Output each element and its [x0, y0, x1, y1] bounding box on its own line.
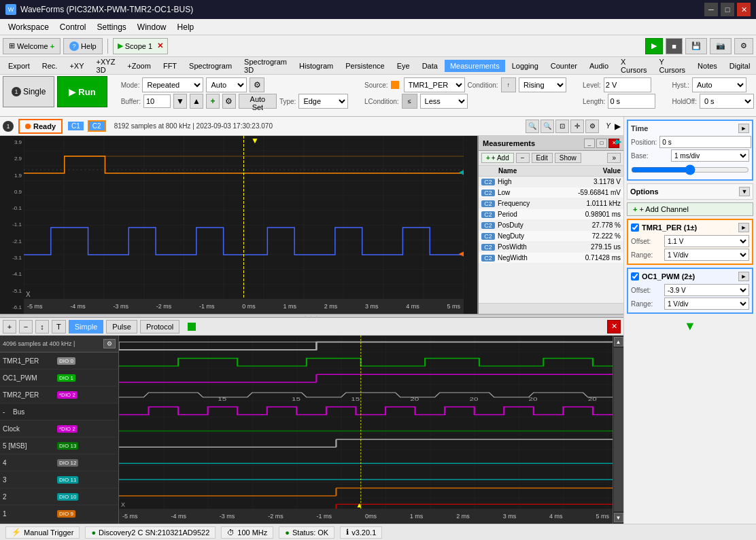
rising-icon[interactable]: ↑	[501, 77, 517, 92]
signal-row-1b[interactable]: 1 DIO 9	[0, 505, 118, 522]
signal-row-clock[interactable]: Clock *DIO 2	[0, 420, 118, 437]
signal-row-5msb[interactable]: 5 [MSB] DIO 13	[0, 437, 118, 454]
screenshot-button[interactable]: 📷	[710, 38, 732, 54]
ch2-checkbox[interactable]	[631, 272, 639, 281]
logic-add-button[interactable]: +	[3, 320, 16, 334]
logic-simple-button[interactable]: Simple	[69, 320, 104, 334]
tab-spectrogram3d[interactable]: Spectrogram 3D	[239, 56, 292, 76]
length-input[interactable]	[608, 94, 655, 109]
type-select[interactable]: Edge	[298, 94, 348, 109]
show-measurement-button[interactable]: Show	[555, 153, 581, 163]
logic-scrollbar[interactable]: ▲ ▼	[613, 336, 623, 524]
add-channel-button[interactable]: + + Add Channel	[627, 202, 753, 216]
zoom-in-icon[interactable]: 🔍	[526, 120, 539, 133]
tab-logging[interactable]: Logging	[506, 60, 544, 72]
logic-t-button[interactable]: T	[52, 320, 66, 334]
logic-pulse-button[interactable]: Pulse	[106, 320, 137, 334]
scope-canvas[interactable]: 3.9 2.9 1.9 0.9 -0.1 -1.1 -2.1 -3.1 -4.1…	[0, 136, 477, 314]
stop-button[interactable]: ■	[666, 38, 683, 54]
hyst-select[interactable]: Auto	[692, 77, 746, 92]
tab-digital[interactable]: Digital	[724, 60, 756, 72]
tab-audio[interactable]: Audio	[584, 60, 614, 72]
base-select[interactable]: 1 ms/div	[671, 149, 749, 162]
buffer-input[interactable]	[143, 94, 171, 108]
menu-help[interactable]: Help	[172, 21, 200, 33]
tab-eye[interactable]: Eye	[392, 60, 415, 72]
tab-xcursors[interactable]: X Cursors	[615, 56, 653, 76]
scroll-down-icon[interactable]: ▼	[614, 513, 623, 522]
logic-settings-icon[interactable]: ⚙	[103, 339, 116, 348]
fit-icon[interactable]: ⊡	[555, 120, 569, 133]
c2-button[interactable]: C2	[88, 120, 106, 132]
menu-settings[interactable]: Settings	[92, 21, 132, 33]
mode-select[interactable]: Repeated	[142, 77, 203, 92]
scope-close-icon[interactable]: ✕	[157, 41, 163, 50]
scroll-thumb[interactable]	[614, 348, 623, 511]
single-button[interactable]: 1 Single	[3, 76, 54, 107]
auto-set-button[interactable]: Auto Set	[239, 94, 277, 109]
lcondition-select[interactable]: Less	[420, 94, 468, 109]
signal-row-2b[interactable]: 2 DIO 10	[0, 488, 118, 505]
tab-fft[interactable]: FFT	[158, 60, 182, 72]
tab-notes[interactable]: Notes	[692, 60, 723, 72]
scope-tab[interactable]: ▶ Scope 1 ✕	[113, 38, 168, 54]
y-axis-label[interactable]: Y	[606, 122, 611, 130]
maximize-button[interactable]: □	[721, 3, 734, 16]
close-button[interactable]: ✕	[737, 3, 751, 16]
tab-rec[interactable]: Rec.	[37, 60, 63, 72]
run-button[interactable]: ▶ Run	[57, 76, 107, 107]
meas-maximize-icon[interactable]: □	[596, 139, 607, 148]
signal-row-2[interactable]: TMR2_PER *DIO 2	[0, 386, 118, 403]
more-measurement-icon[interactable]: »	[607, 153, 621, 163]
tab-counter[interactable]: Counter	[545, 60, 583, 72]
signal-row-0[interactable]: TMR1_PER DIO 0	[0, 353, 118, 370]
ch2-offset-select[interactable]: -3.9 V	[664, 284, 749, 296]
tab-export[interactable]: Export	[3, 60, 35, 72]
save-button[interactable]: 💾	[685, 38, 707, 54]
cursor-icon[interactable]: ✛	[570, 120, 584, 133]
menu-control[interactable]: Control	[54, 21, 92, 33]
meas-scrollbar[interactable]	[479, 303, 623, 314]
y-arrow-icon[interactable]: ▶	[615, 122, 621, 131]
tab-histogram[interactable]: Histogram	[294, 60, 339, 72]
play-button[interactable]: ▶	[645, 38, 663, 54]
zoom-out-icon[interactable]: 🔍	[540, 120, 554, 133]
base-slider[interactable]	[631, 166, 749, 174]
help-button[interactable]: ? Help	[63, 38, 103, 54]
level-input[interactable]	[604, 77, 651, 92]
c1-button[interactable]: C1	[68, 122, 84, 130]
source-select[interactable]: TMR1_PER	[404, 77, 465, 92]
welcome-button[interactable]: ⊞ Welcome +	[3, 38, 61, 54]
settings-icon[interactable]: ⚙	[585, 120, 599, 133]
buffer-settings2-icon[interactable]: ⚙	[222, 94, 236, 109]
signal-row-0lsb[interactable]: 0 [LSB] DIO 8	[0, 522, 118, 524]
signal-row-1[interactable]: OC1_PWM DIO 1	[0, 370, 118, 386]
logic-move-button[interactable]: ↕	[35, 320, 49, 334]
edit-measurement-button[interactable]: Edit	[532, 153, 553, 163]
tab-persistence[interactable]: Persistence	[340, 60, 390, 72]
tab-ycursors[interactable]: Y Cursors	[654, 56, 691, 76]
logic-close-icon[interactable]: ✕	[607, 320, 621, 334]
holdoff-select[interactable]: 0 s	[700, 94, 754, 109]
less-icon[interactable]: ≤	[402, 94, 417, 109]
signal-row-4[interactable]: 4 DIO 12	[0, 454, 118, 471]
buffer-down-icon[interactable]: ▼	[173, 94, 187, 109]
condition-select[interactable]: Rising	[519, 77, 566, 92]
config-button[interactable]: ⚙	[734, 38, 753, 54]
buffer-add-icon[interactable]: +	[206, 94, 220, 109]
minimize-button[interactable]: ─	[704, 3, 718, 16]
tab-measurements[interactable]: Measurements	[445, 60, 505, 72]
meas-minimize-icon[interactable]: _	[584, 139, 595, 148]
ch1-checkbox[interactable]	[631, 223, 639, 232]
ch2-range-select[interactable]: 1 V/div	[664, 298, 749, 310]
tab-xyz3d[interactable]: +XYZ 3D	[91, 56, 121, 76]
logic-remove-button[interactable]: −	[19, 320, 33, 334]
menu-workspace[interactable]: Workspace	[3, 21, 54, 33]
logic-protocol-button[interactable]: Protocol	[140, 320, 179, 334]
menu-window[interactable]: Window	[132, 21, 172, 33]
options-expand-icon[interactable]: ▼	[739, 187, 750, 196]
ch1-range-select[interactable]: 1 V/div	[664, 249, 749, 261]
remove-measurement-button[interactable]: −	[516, 153, 530, 163]
add-measurement-button[interactable]: + + Add	[481, 153, 514, 163]
auto-select[interactable]: Auto	[206, 77, 247, 92]
